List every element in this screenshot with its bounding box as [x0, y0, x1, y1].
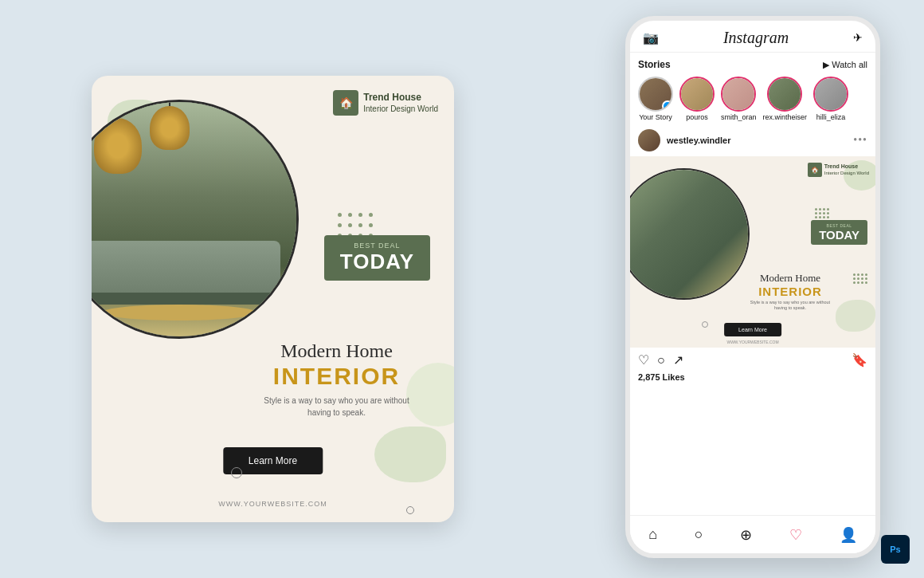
mini-circle-decoration: [702, 321, 708, 328]
post-image: 🏠 Trend House Interior Design World BEST…: [630, 156, 875, 348]
post-avatar: [638, 129, 660, 151]
mini-headline-accent: INTERIOR: [710, 285, 871, 298]
heart-icon[interactable]: ♡: [638, 352, 649, 368]
website-url: WWW.YOURWEBSITE.COM: [218, 500, 327, 508]
deal-small-text: BEST DEAL: [340, 242, 414, 250]
circle-decoration-2: [406, 506, 414, 514]
phone-frame: 📷 Instagram ✈ Stories ▶ Watch all + Your…: [625, 16, 880, 558]
save-icon[interactable]: 🔖: [852, 352, 867, 368]
mini-logo: 🏠 Trend House Interior Design World: [808, 163, 869, 177]
mini-headline: Modern Home INTERIOR Style is a way to s…: [710, 272, 871, 312]
story-item-2[interactable]: smith_oran: [721, 77, 757, 121]
mini-deal-badge: BEST DEAL TODAY: [811, 220, 867, 245]
headline-main: Modern Home: [235, 340, 438, 363]
blob-decoration-br: [374, 427, 446, 482]
headline-accent: INTERIOR: [235, 363, 438, 390]
story-item-4[interactable]: hilli_eliza: [813, 77, 848, 121]
instagram-logo: Instagram: [723, 29, 789, 47]
story-item-1[interactable]: pouros: [679, 77, 715, 121]
instagram-header: 📷 Instagram ✈: [630, 21, 875, 53]
post-username: westley.windler: [667, 136, 847, 145]
mini-learn-button[interactable]: Learn More: [724, 323, 781, 336]
mini-headline-sub: Style is a way to say who you are withou…: [710, 300, 871, 312]
nav-profile-icon[interactable]: 👤: [840, 526, 857, 544]
nav-heart-icon[interactable]: ♡: [789, 526, 802, 544]
mini-headline-main: Modern Home: [710, 272, 871, 285]
camera-icon[interactable]: 📷: [643, 30, 659, 45]
story-item-yours[interactable]: + Your Story: [638, 77, 673, 121]
watch-all-button[interactable]: ▶ Watch all: [823, 60, 867, 70]
mini-deal-big: TODAY: [819, 228, 859, 242]
stories-section: Stories ▶ Watch all + Your Story pouros …: [630, 53, 875, 124]
story-name-3: rex.wintheiser: [763, 113, 808, 121]
headline-sub: Style is a way to say who you are withou…: [235, 395, 438, 419]
logo-text: Trend House Interior Design World: [363, 92, 438, 115]
story-name-yours: Your Story: [639, 113, 672, 121]
deal-badge: BEST DEAL TODAY: [324, 235, 430, 281]
story-name-1: pouros: [686, 113, 708, 121]
deal-big-text: TODAY: [340, 250, 414, 274]
post-more-button[interactable]: •••: [853, 134, 867, 147]
post-actions: ♡ ○ ↗ 🔖: [630, 348, 875, 372]
mini-logo-icon: 🏠: [808, 163, 822, 177]
stories-label: Stories: [638, 59, 671, 70]
nav-home-icon[interactable]: ⌂: [648, 526, 657, 543]
circle-decoration-1: [231, 467, 242, 478]
mini-dots-1: [815, 208, 829, 218]
left-card: 🏠 Trend House Interior Design World BEST…: [92, 76, 454, 522]
brand-logo: 🏠 Trend House Interior Design World: [333, 90, 438, 116]
post-header: westley.windler •••: [630, 124, 875, 156]
mini-card: 🏠 Trend House Interior Design World BEST…: [630, 156, 875, 348]
photoshop-badge: Ps: [881, 535, 910, 564]
instagram-nav: ⌂ ○ ⊕ ♡ 👤: [630, 515, 875, 553]
mini-logo-text: Trend House Interior Design World: [824, 163, 869, 176]
story-name-2: smith_oran: [721, 113, 757, 121]
room-photo: [92, 100, 299, 339]
story-name-4: hilli_eliza: [816, 113, 846, 121]
comment-icon[interactable]: ○: [657, 353, 665, 368]
nav-add-icon[interactable]: ⊕: [740, 526, 752, 544]
nav-search-icon[interactable]: ○: [695, 526, 703, 543]
story-item-3[interactable]: rex.wintheiser: [763, 77, 808, 121]
stories-row: + Your Story pouros smith_oran rex.winth…: [638, 77, 867, 121]
card-headline: Modern Home INTERIOR Style is a way to s…: [235, 340, 438, 419]
logo-icon: 🏠: [333, 90, 358, 116]
mini-website: WWW.YOURWEBSITE.COM: [726, 340, 778, 344]
send-icon[interactable]: ✈: [853, 31, 863, 45]
likes-count: 2,875 Likes: [630, 372, 875, 382]
share-icon[interactable]: ↗: [673, 352, 683, 368]
